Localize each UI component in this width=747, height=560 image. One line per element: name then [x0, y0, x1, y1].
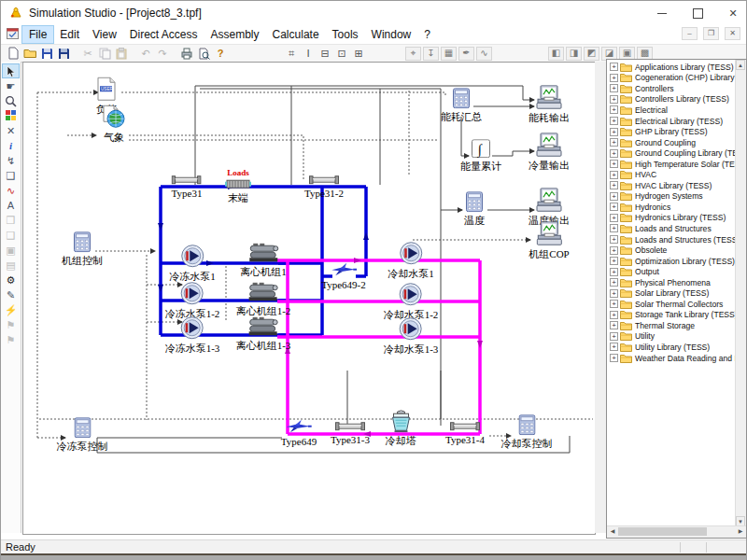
menu-calculate[interactable]: Calculate	[266, 26, 326, 43]
component-cooling-pump-1-2[interactable]: 冷却水泵1-2	[384, 282, 439, 321]
component-unit-control[interactable]: 机组控制	[62, 231, 103, 267]
minimize-button[interactable]	[656, 7, 668, 19]
tree-item-high-temperature-solar-tess[interactable]: +High Temperature Solar (TESS)	[608, 159, 735, 170]
component-cooling-tower[interactable]: 冷却塔	[386, 410, 416, 447]
cut-icon[interactable]: ✂	[80, 47, 95, 61]
undo-icon[interactable]: ↶	[138, 47, 153, 61]
paste-icon[interactable]	[114, 47, 129, 61]
component-type31-2[interactable]: Type31-2	[304, 175, 344, 200]
expand-icon[interactable]: +	[610, 138, 618, 147]
component-energy-accumulator[interactable]: ∫能量累计	[460, 139, 501, 173]
component-chilled-pump-1-3[interactable]: 冷冻水泵1-3	[165, 315, 220, 355]
spline-icon[interactable]: ∿	[3, 184, 19, 197]
scroll-right-icon[interactable]: ▶	[735, 526, 746, 537]
component-energy-summary[interactable]: 能耗汇总	[441, 88, 482, 123]
tree-horizontal-scrollbar[interactable]: ◀ ▶	[607, 525, 746, 538]
tree-item-optimization-library-tess[interactable]: +Optimization Library (TESS)	[608, 256, 735, 267]
expand-icon[interactable]: +	[610, 214, 618, 222]
expand-icon[interactable]: +	[610, 246, 618, 255]
component-cooling-pump-control[interactable]: 冷却泵控制	[501, 414, 553, 450]
expand-icon[interactable]: +	[610, 192, 618, 201]
paste-special-icon[interactable]: ❑	[3, 169, 19, 182]
scroll-left-icon[interactable]: ◀	[607, 526, 618, 537]
print-preview-icon[interactable]	[196, 47, 211, 61]
layout-c-icon[interactable]: ◩	[584, 47, 599, 61]
menu-help[interactable]: ?	[417, 26, 437, 43]
expand-icon[interactable]: +	[610, 105, 618, 114]
arrange-icon[interactable]: ⊞	[351, 47, 366, 61]
tree-vertical-scrollbar[interactable]: ▲ ▼	[735, 60, 746, 526]
expand-icon[interactable]: +	[610, 160, 618, 168]
expand-icon[interactable]: +	[610, 203, 618, 211]
tree-item-obsolete[interactable]: +Obsolete	[608, 245, 735, 256]
tree-item-solar-thermal-collectors[interactable]: +Solar Thermal Collectors	[608, 299, 735, 310]
tree-item-controllers-library-tess[interactable]: +Controllers Library (TESS)	[608, 94, 735, 105]
menu-direct-access[interactable]: Direct Access	[123, 26, 204, 43]
document-icon[interactable]	[7, 28, 19, 42]
flag-b-icon[interactable]: ⚑	[3, 333, 19, 346]
expand-icon[interactable]: +	[610, 171, 618, 179]
download-tool-icon[interactable]: ↧	[423, 47, 439, 61]
probe-tool-icon[interactable]: ⌖	[405, 47, 421, 61]
window-d-icon[interactable]: ▤	[3, 259, 19, 272]
trace-tool-icon[interactable]: ∿	[476, 47, 492, 61]
expand-icon[interactable]: +	[610, 149, 618, 158]
component-type31-4[interactable]: Type31-4	[445, 421, 485, 446]
tile-icon[interactable]: ⊟	[317, 47, 332, 61]
expand-icon[interactable]: +	[610, 311, 618, 319]
table-tool-icon[interactable]: ▦	[441, 47, 457, 61]
tree-item-hydronics[interactable]: +Hydronics	[608, 202, 735, 213]
menu-view[interactable]: View	[86, 26, 123, 43]
tree-item-hvac-library-tess[interactable]: +HVAC Library (TESS)	[608, 180, 735, 191]
component-chilled-pump-1-2[interactable]: 冷冻水泵1-2	[165, 281, 220, 320]
zoom-window-icon[interactable]: Ⅰ	[301, 47, 316, 61]
tree-item-solar-library-tess[interactable]: +Solar Library (TESS)	[608, 287, 735, 299]
select-icon[interactable]	[3, 64, 19, 77]
tree-item-physical-phenomena[interactable]: +Physical Phenomena	[608, 277, 735, 288]
save-icon[interactable]	[39, 47, 54, 61]
new-file-icon[interactable]	[6, 47, 21, 61]
pen-tool-icon[interactable]: ✒	[458, 47, 474, 61]
tree-item-electrical[interactable]: +Electrical	[608, 105, 735, 116]
expand-icon[interactable]: +	[610, 128, 618, 136]
component-cooling-capacity-output[interactable]: 冷量输出	[529, 133, 570, 172]
tree-item-output[interactable]: +Output	[608, 266, 735, 277]
expand-icon[interactable]: +	[610, 224, 618, 232]
palette-icon[interactable]	[3, 109, 19, 122]
open-file-icon[interactable]	[22, 47, 37, 61]
pan-icon[interactable]: ☛	[3, 79, 19, 92]
print-icon[interactable]	[179, 47, 194, 61]
tree-item-cogeneration-chp-library-tess[interactable]: +Cogeneration (CHP) Library (TESS)	[608, 73, 735, 84]
component-chiller-1[interactable]: 离心机组1	[240, 243, 287, 278]
component-chiller-1-2[interactable]: 离心机组1-2	[236, 282, 291, 317]
expand-icon[interactable]: +	[610, 354, 618, 362]
scrollbar-thumb[interactable]	[618, 527, 707, 536]
menu-window[interactable]: Window	[365, 26, 418, 43]
tree-item-controllers[interactable]: +Controllers	[608, 83, 735, 94]
zoom-icon[interactable]	[3, 94, 19, 107]
component-unit-cop[interactable]: 机组COP	[529, 221, 569, 260]
delete-icon[interactable]: ✕	[3, 124, 19, 137]
link-icon[interactable]: ↯	[3, 154, 19, 167]
tree-item-ghp-library-tess[interactable]: +GHP Library (TESS)	[608, 126, 735, 137]
expand-icon[interactable]: +	[610, 235, 618, 244]
component-energy-output[interactable]: 能耗输出	[529, 85, 570, 124]
flag-a-icon[interactable]: ⚑	[3, 318, 19, 331]
window-b-icon[interactable]: ❑	[3, 229, 19, 242]
layout-a-icon[interactable]: ◧	[548, 47, 564, 61]
help-icon[interactable]: ?	[213, 47, 228, 61]
copy-icon[interactable]	[97, 47, 112, 61]
child-minimize-button[interactable]: –	[682, 27, 698, 40]
maximize-button[interactable]	[692, 7, 703, 19]
component-cooling-pump-1-3[interactable]: 冷却水泵1-3	[384, 316, 439, 356]
expand-icon[interactable]: +	[610, 300, 618, 308]
layout-b-icon[interactable]: ◨	[566, 47, 582, 61]
component-chiller-1-3[interactable]: 离心机组1-3	[236, 316, 291, 352]
scroll-up-icon[interactable]: ▲	[736, 60, 745, 70]
tree-item-electrical-library-tess[interactable]: +Electrical Library (TESS)	[608, 116, 735, 127]
expand-icon[interactable]: +	[610, 332, 618, 341]
component-terminal[interactable]: Loads末端	[225, 169, 251, 204]
component-type31-3[interactable]: Type31-3	[331, 421, 370, 446]
menu-edit[interactable]: Edit	[53, 26, 86, 43]
tree-item-ground-coupling[interactable]: +Ground Coupling	[608, 137, 735, 148]
